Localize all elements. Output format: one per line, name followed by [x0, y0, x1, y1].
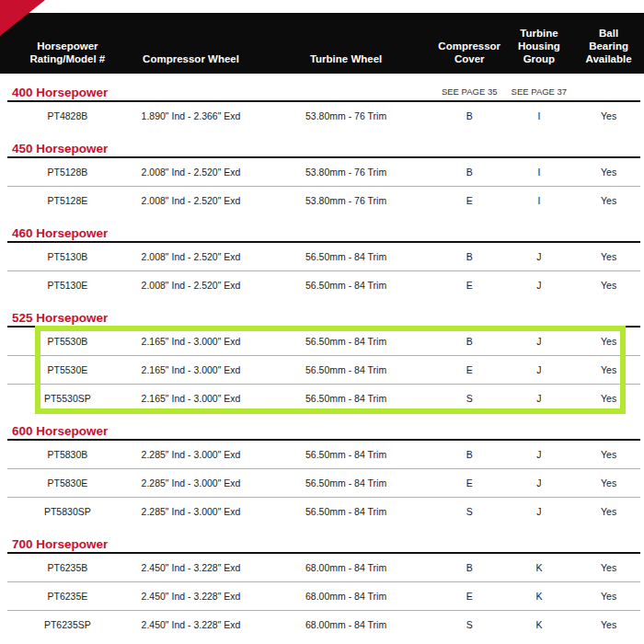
cell-compressor-wheel: 2.285" Ind - 3.000" Exd [128, 449, 255, 460]
table-row: PT5830B 2.285" Ind - 3.000" Exd 56.50mm … [7, 441, 640, 468]
cell-compressor-cover: S [438, 393, 501, 404]
table-row: PT5830E 2.285" Ind - 3.000" Exd 56.50mm … [7, 468, 640, 497]
section-title: 600 Horsepower [7, 424, 438, 439]
cell-turbine-wheel: 53.80mm - 76 Trim [254, 195, 438, 206]
horsepower-section: 525 Horsepower PT5530B 2.165" Ind - 3.00… [7, 308, 640, 412]
cell-compressor-cover: B [438, 110, 501, 121]
cell-turbine-wheel: 56.50mm - 84 Trim [254, 506, 438, 517]
cell-compressor-wheel: 2.450" Ind - 3.228" Exd [128, 619, 255, 630]
cell-ball-bearing: Yes [577, 591, 640, 602]
cell-compressor-wheel: 2.285" Ind - 3.000" Exd [128, 477, 255, 489]
cell-ball-bearing: Yes [577, 477, 640, 489]
cell-model-number: PT5530SP [7, 393, 128, 404]
cell-model-number: PT5830SP [7, 506, 128, 517]
cell-turbine-housing-group: K [501, 591, 578, 602]
cell-compressor-cover: B [438, 449, 501, 460]
cell-turbine-housing-group: I [501, 167, 578, 178]
see-page-note [438, 237, 501, 241]
cell-model-number: PT5830E [7, 477, 128, 489]
column-header-compressor-cover: Compressor Cover [438, 40, 501, 65]
table-row: PT5530E 2.165" Ind - 3.000" Exd 56.50mm … [7, 355, 640, 384]
cell-turbine-housing-group: K [501, 562, 578, 573]
cell-ball-bearing: Yes [577, 449, 640, 460]
table-row: PT6235SP 2.450" Ind - 3.228" Exd 68.00mm… [7, 610, 640, 638]
section-title: 460 Horsepower [7, 226, 438, 241]
cell-turbine-wheel: 53.80mm - 76 Trim [254, 167, 438, 178]
table-header-bar: Horsepower Rating/Model # Compressor Whe… [0, 0, 644, 74]
cell-ball-bearing: Yes [577, 619, 640, 630]
cell-compressor-cover: E [438, 195, 501, 206]
cell-compressor-wheel: 2.008" Ind - 2.520" Exd [128, 280, 255, 291]
see-page-note [438, 435, 501, 439]
column-headers: Horsepower Rating/Model # Compressor Whe… [7, 0, 640, 74]
table-row: PT5830SP 2.285" Ind - 3.000" Exd 56.50mm… [7, 497, 640, 525]
cell-turbine-wheel: 56.50mm - 84 Trim [254, 449, 438, 460]
cell-compressor-cover: E [438, 477, 501, 489]
section-title: 700 Horsepower [7, 537, 438, 552]
cell-compressor-wheel: 2.285" Ind - 3.000" Exd [128, 506, 255, 517]
see-page-note: SEE PAGE 37 [501, 86, 578, 100]
catalog-page: Horsepower Rating/Model # Compressor Whe… [0, 0, 644, 644]
section-rows: PT5530B 2.165" Ind - 3.000" Exd 56.50mm … [7, 328, 640, 412]
cell-ball-bearing: Yes [577, 110, 640, 121]
cell-turbine-housing-group: I [501, 195, 578, 206]
table-row: PT6235B 2.450" Ind - 3.228" Exd 68.00mm … [7, 554, 640, 581]
section-title: 525 Horsepower [7, 311, 438, 326]
cell-model-number: PT5130E [7, 280, 128, 291]
cell-compressor-cover: B [438, 167, 501, 178]
cell-compressor-cover: E [438, 280, 501, 291]
cell-compressor-wheel: 1.890" Ind - 2.366" Exd [128, 110, 255, 121]
cell-compressor-cover: B [438, 562, 501, 573]
cell-turbine-wheel: 53.80mm - 76 Trim [254, 110, 438, 121]
cell-model-number: PT5128B [7, 167, 128, 178]
section-rows: PT6235B 2.450" Ind - 3.228" Exd 68.00mm … [7, 554, 640, 638]
column-header-turbine-housing-group: Turbine Housing Group [501, 27, 578, 65]
see-page-note [438, 548, 501, 552]
section-rows: PT4828B 1.890" Ind - 2.366" Exd 53.80mm … [7, 102, 640, 130]
cell-turbine-wheel: 56.50mm - 84 Trim [254, 251, 438, 262]
section-title: 400 Horsepower [7, 86, 438, 100]
cell-turbine-wheel: 56.50mm - 84 Trim [254, 364, 438, 375]
see-page-note [438, 153, 501, 156]
cell-compressor-cover: S [438, 619, 501, 630]
column-header-compressor-wheel: Compressor Wheel [128, 52, 255, 65]
column-header-model: Horsepower Rating/Model # [7, 40, 128, 65]
cell-compressor-wheel: 2.008" Ind - 2.520" Exd [128, 167, 255, 178]
see-page-note [501, 153, 578, 156]
cell-compressor-wheel: 2.450" Ind - 3.228" Exd [128, 562, 255, 573]
table-row: PT6235E 2.450" Ind - 3.228" Exd 68.00mm … [7, 581, 640, 610]
cell-compressor-wheel: 2.165" Ind - 3.000" Exd [128, 336, 255, 347]
horsepower-section: 600 Horsepower PT5830B 2.285" Ind - 3.00… [7, 421, 640, 525]
table-row: PT4828B 1.890" Ind - 2.366" Exd 53.80mm … [7, 102, 640, 130]
cell-compressor-wheel: 2.165" Ind - 3.000" Exd [128, 364, 255, 375]
cell-compressor-wheel: 2.450" Ind - 3.228" Exd [128, 591, 255, 602]
cell-turbine-wheel: 68.00mm - 84 Trim [254, 562, 438, 573]
cell-ball-bearing: Yes [577, 364, 640, 375]
see-page-note [501, 237, 578, 241]
horsepower-section: 400 Horsepower SEE PAGE 35 SEE PAGE 37 P… [7, 83, 640, 130]
table-row: PT5130B 2.008" Ind - 2.520" Exd 56.50mm … [7, 243, 640, 270]
cell-compressor-wheel: 2.008" Ind - 2.520" Exd [128, 195, 255, 206]
section-rows: PT5830B 2.285" Ind - 3.000" Exd 56.50mm … [7, 441, 640, 525]
column-header-turbine-wheel: Turbine Wheel [254, 52, 438, 65]
cell-turbine-wheel: 68.00mm - 84 Trim [254, 591, 438, 602]
cell-model-number: PT6235SP [7, 619, 128, 630]
cell-turbine-housing-group: J [501, 393, 578, 404]
section-header-row: 460 Horsepower [7, 224, 640, 243]
cell-turbine-housing-group: J [501, 477, 578, 489]
section-header-row: 400 Horsepower SEE PAGE 35 SEE PAGE 37 [7, 83, 640, 102]
section-header-row: 450 Horsepower [7, 139, 640, 158]
section-title: 450 Horsepower [7, 142, 438, 156]
cell-compressor-cover: B [438, 251, 501, 262]
cell-model-number: PT5530E [7, 364, 128, 375]
see-page-note: SEE PAGE 35 [438, 86, 501, 100]
table-row: PT5128E 2.008" Ind - 2.520" Exd 53.80mm … [7, 186, 640, 214]
see-page-note [501, 435, 578, 439]
cell-turbine-housing-group: J [501, 506, 578, 517]
cell-model-number: PT4828B [7, 110, 128, 121]
cell-model-number: PT5128E [7, 195, 128, 206]
cell-turbine-housing-group: I [501, 110, 578, 121]
cell-ball-bearing: Yes [577, 251, 640, 262]
cell-ball-bearing: Yes [577, 393, 640, 404]
cell-compressor-cover: E [438, 364, 501, 375]
